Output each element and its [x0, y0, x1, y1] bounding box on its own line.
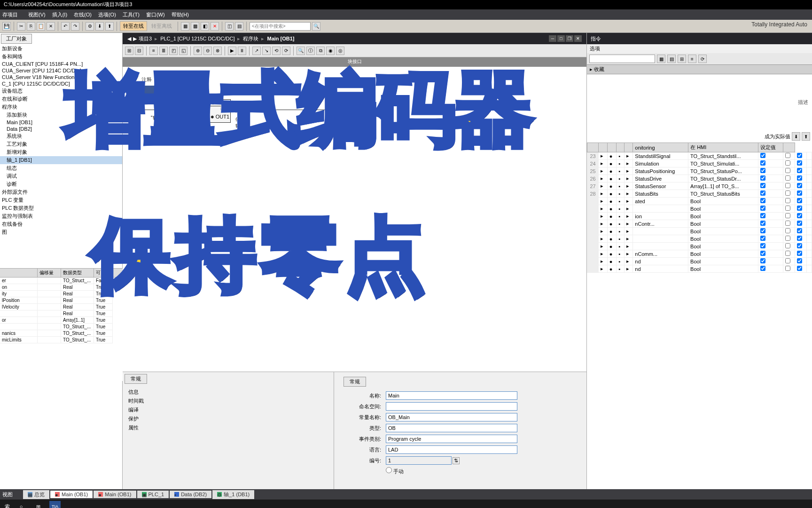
upload-icon[interactable]: ⬆: [105, 22, 114, 31]
tb-icon-2[interactable]: ▩: [191, 22, 199, 31]
favorites-bar[interactable]: ▸ 收藏: [587, 64, 812, 74]
props-nav-item[interactable]: 属性: [125, 423, 332, 432]
et-icon-18[interactable]: ⧉: [316, 47, 325, 55]
col-header[interactable]: [783, 143, 795, 152]
et-icon-8[interactable]: ⊖: [203, 47, 212, 55]
tree-item[interactable]: Data [DB2]: [0, 126, 122, 132]
maximize-icon[interactable]: □: [557, 35, 565, 42]
contact-tag[interactable]: "轴_1".StatusBits. HomingDone: [141, 86, 184, 104]
tree-item[interactable]: 监控与强制表: [0, 212, 122, 220]
table-row[interactable]: 26▸●▪▸StatusDriveTO_Struct_StatusDr...: [587, 175, 812, 183]
breadcrumb-main[interactable]: Main [OB1]: [267, 36, 294, 41]
et-icon-17[interactable]: Ⓘ: [306, 47, 315, 55]
tree-item[interactable]: 备和网络: [0, 53, 122, 61]
props-nav-item[interactable]: 信息: [125, 388, 332, 397]
props-nav-item[interactable]: 编译: [125, 405, 332, 414]
menu-help[interactable]: 帮助(H): [172, 11, 189, 18]
save-icon[interactable]: 💾: [2, 22, 11, 31]
network-comment[interactable]: 注释: [141, 76, 152, 83]
menu-tools[interactable]: 工具(T): [123, 11, 140, 18]
menu-online[interactable]: 在线(O): [74, 11, 92, 18]
menu-window[interactable]: 窗口(W): [146, 11, 165, 18]
rt-icon-4[interactable]: ≡: [688, 55, 696, 63]
in-source[interactable]: "轴_1".Position: [151, 115, 182, 121]
tb-stop-icon[interactable]: ✕: [211, 22, 219, 31]
table-row[interactable]: ▸●▪▸Bool: [587, 205, 812, 213]
factory-objects-tab[interactable]: 工厂对象: [1, 34, 32, 44]
et-icon-12[interactable]: ↗: [252, 47, 261, 55]
tab-main-1[interactable]: ●Main (OB1): [50, 491, 93, 498]
et-icon-2[interactable]: ⊟: [135, 47, 143, 55]
out-dest[interactable]: "Data". 保持性轴当前位置: [235, 111, 250, 136]
table-row[interactable]: nanicsTO_Struct_...True: [0, 330, 123, 337]
tree-item[interactable]: 外部源文件: [0, 188, 122, 196]
table-row[interactable]: 24▸●▪▸SimulationTO_Struct_Simulati...: [587, 160, 812, 167]
et-icon-3[interactable]: ≡: [149, 47, 158, 55]
rt-icon-1[interactable]: ▦: [657, 55, 665, 63]
col-header[interactable]: [617, 143, 624, 152]
manual-radio[interactable]: 手动: [386, 467, 404, 475]
tree-item[interactable]: 图: [0, 228, 122, 236]
undo-icon[interactable]: ↶: [61, 22, 70, 31]
table-row[interactable]: ▸●▪▸nComm...Bool: [587, 250, 812, 258]
et-icon-1[interactable]: ⊞: [125, 47, 133, 55]
input-namespace[interactable]: [386, 402, 517, 411]
table-row[interactable]: TO_Struct_...True: [0, 324, 123, 330]
rt-icon-5[interactable]: ⟳: [698, 55, 707, 63]
tree-item[interactable]: Main [OB1]: [0, 119, 122, 126]
table-row[interactable]: ▸●▪▸ndBool: [587, 265, 812, 273]
detail-table[interactable]: 偏移量 数据类型 可 erTO_Struct_...FalseonRealTru…: [0, 268, 123, 381]
table-row[interactable]: ▸●▪▸Bool: [587, 235, 812, 243]
ladder-network[interactable]: "轴_1".StatusBits. HomingDone ⊣ ⊢ MOVE EN…: [141, 86, 184, 106]
et-icon-11[interactable]: ⏸: [238, 47, 246, 55]
et-icon-7[interactable]: ⊕: [194, 47, 202, 55]
table-row[interactable]: ityRealTrue: [0, 291, 123, 297]
table-row[interactable]: RealTrue: [0, 310, 123, 317]
input-name[interactable]: [386, 391, 517, 400]
col-header[interactable]: [607, 143, 617, 152]
table-row[interactable]: ▸●▪▸Bool: [587, 228, 812, 235]
table-row[interactable]: 28▸●▪▸StatusBitsTO_Struct_StatusBits: [587, 190, 812, 198]
num-spinner[interactable]: ⇅: [453, 457, 460, 464]
tree-item[interactable]: 加新设备: [0, 45, 122, 53]
tb-split-icon[interactable]: ◫: [225, 22, 234, 31]
tree-item[interactable]: 诊断: [0, 180, 122, 188]
tree-item[interactable]: 调试: [0, 172, 122, 180]
table-row[interactable]: 27▸●▪▸StatusSensorArray[1..1] of TO_S...: [587, 183, 812, 190]
download-icon[interactable]: ⬇: [95, 22, 104, 31]
tree-item[interactable]: 新增对象: [0, 148, 122, 156]
et-icon-15[interactable]: ⟳: [282, 47, 290, 55]
variable-table[interactable]: onitoring在 HMI设定值 23▸●▪▸StandstillSignal…: [587, 143, 812, 489]
compile-icon[interactable]: ⚙: [86, 22, 94, 31]
table-row[interactable]: micLimitsTO_Struct_...True: [0, 337, 123, 343]
et-icon-9[interactable]: ⊗: [213, 47, 222, 55]
tree-item[interactable]: 工艺对象: [0, 140, 122, 148]
table-row[interactable]: ▸●▪▸nContr...Bool: [587, 220, 812, 228]
et-icon-4[interactable]: ≣: [159, 47, 168, 55]
col-header[interactable]: 在 HMI: [688, 143, 758, 152]
taskview-icon[interactable]: ⊞: [32, 501, 44, 508]
tab-plc1[interactable]: ▣PLC_1: [137, 491, 169, 498]
table-row[interactable]: onRealTrue: [0, 284, 123, 291]
et-icon-10[interactable]: ▶: [228, 47, 236, 55]
breadcrumb-blocks[interactable]: 程序块: [243, 35, 258, 42]
cut-icon[interactable]: ✂: [17, 22, 25, 31]
paste-icon[interactable]: 📋: [37, 22, 45, 31]
interface-bar[interactable]: 块接口: [123, 57, 586, 67]
tab-overview[interactable]: ▦总览: [23, 490, 49, 499]
input-const[interactable]: [386, 413, 517, 421]
et-icon-6[interactable]: ◱: [179, 47, 187, 55]
breadcrumb-project[interactable]: 项目3: [139, 35, 152, 42]
tree-item[interactable]: 设备组态: [0, 87, 122, 95]
table-row[interactable]: 23▸●▪▸StandstillSignalTO_Struct_Standsti…: [587, 152, 812, 160]
col-header[interactable]: 设定值: [758, 143, 783, 152]
et-icon-13[interactable]: ↘: [262, 47, 271, 55]
table-row[interactable]: orArray[1..1]True: [0, 317, 123, 324]
table-row[interactable]: ▸●▪▸Bool: [587, 243, 812, 250]
breadcrumb-plc[interactable]: PLC_1 [CPU 1215C DC/DC/DC]: [160, 36, 234, 41]
tree-item[interactable]: 添加新块: [0, 111, 122, 119]
col-header[interactable]: [587, 143, 599, 152]
menu-save-project[interactable]: 存项目: [2, 11, 18, 18]
table-row[interactable]: erTO_Struct_...False: [0, 278, 123, 284]
menu-options[interactable]: 选项(O): [98, 11, 116, 18]
